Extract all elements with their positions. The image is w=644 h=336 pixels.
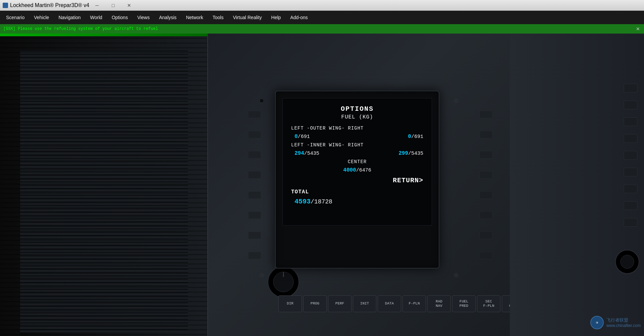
fmc-subtitle: FUEL (KG) <box>291 114 423 120</box>
svg-rect-20 <box>480 171 492 179</box>
svg-rect-40 <box>624 218 637 227</box>
left-panel <box>0 34 208 336</box>
right-panel-svg <box>510 34 644 336</box>
svg-rect-35 <box>624 134 637 143</box>
menu-scenario[interactable]: Scenario <box>1 13 29 22</box>
svg-point-27 <box>260 273 264 277</box>
svg-rect-39 <box>624 201 637 210</box>
svg-rect-24 <box>480 252 492 259</box>
svg-rect-17 <box>480 111 492 118</box>
top-green-stripe <box>0 34 208 36</box>
titlebar: Lockheed Martin® Prepar3D® v4 ─ □ ✕ <box>0 0 644 11</box>
svg-rect-2 <box>0 34 208 336</box>
total-current: 4593/18728 <box>294 198 332 205</box>
svg-rect-10 <box>248 131 261 138</box>
menu-world[interactable]: World <box>86 13 107 22</box>
fmc-button-row: DIR PROG PERF INIT DATA F-PLN RADNAV FUE… <box>275 269 517 316</box>
inner-wing-label-row: LEFT -INNER WING- RIGHT <box>291 142 423 148</box>
svg-rect-23 <box>480 232 492 239</box>
outer-wing-right-current: 0/691 <box>408 134 423 140</box>
fmc-title: OPTIONS <box>291 105 423 113</box>
watermark-logo: ✈ <box>590 316 604 329</box>
svg-rect-11 <box>248 151 261 158</box>
svg-rect-38 <box>624 185 637 193</box>
watermark: ✈ 飞行者联盟 www.chinaflier.com <box>590 316 641 329</box>
menu-analysis[interactable]: Analysis <box>154 13 181 22</box>
fmc-fpln-button[interactable]: F-PLN <box>402 295 426 312</box>
watermark-url: www.chinaflier.com <box>606 323 641 328</box>
center-label-row: CENTER <box>291 159 423 164</box>
minimize-button[interactable]: ─ <box>89 1 105 10</box>
outer-wing-left-current: 0/691 <box>294 134 310 140</box>
svg-rect-14 <box>248 211 261 219</box>
fmc-screen: OPTIONS FUEL (KG) LEFT -OUTER WING- RIGH… <box>282 98 432 226</box>
menu-options[interactable]: Options <box>107 13 132 22</box>
svg-rect-13 <box>248 191 261 199</box>
svg-rect-33 <box>624 101 637 109</box>
inner-wing-label: LEFT -INNER WING- RIGHT <box>291 142 364 148</box>
fmc-secfpln-button[interactable]: SECF-PLN <box>477 295 500 312</box>
svg-rect-36 <box>624 151 637 159</box>
svg-point-25 <box>260 99 264 103</box>
svg-rect-19 <box>480 151 492 158</box>
svg-rect-22 <box>480 211 492 219</box>
fmc-data-button[interactable]: DATA <box>378 295 401 312</box>
menu-navigation[interactable]: Navigation <box>54 13 85 22</box>
fmc-dir-button[interactable]: DIR <box>278 295 302 312</box>
maximize-button[interactable]: □ <box>105 1 121 10</box>
inner-wing-left-current: 294/5435 <box>294 150 319 156</box>
inner-wing-right-current: 299/5435 <box>398 150 423 156</box>
menu-tools[interactable]: Tools <box>208 13 228 22</box>
fmc-return-button[interactable]: RETURN> <box>291 177 423 184</box>
svg-rect-32 <box>624 84 637 92</box>
outer-wing-value-row: 0/691 0/691 <box>291 134 423 140</box>
menu-views[interactable]: Views <box>132 13 154 22</box>
notification-close-button[interactable]: ✕ <box>635 26 641 32</box>
menu-help[interactable]: Help <box>267 13 286 22</box>
svg-point-26 <box>454 99 458 103</box>
notification-text: [GSX] Please use the refueling system of… <box>3 27 158 31</box>
menu-vr[interactable]: Virtual Reality <box>228 13 266 22</box>
total-value-row: 4593/18728 <box>291 198 423 205</box>
svg-rect-16 <box>248 252 261 259</box>
total-label: TOTAL <box>291 189 309 195</box>
titlebar-title: Lockheed Martin® Prepar3D® v4 <box>10 2 89 8</box>
svg-rect-34 <box>624 117 637 126</box>
total-label-row: TOTAL <box>291 189 423 195</box>
watermark-text: 飞行者联盟 www.chinaflier.com <box>606 317 641 328</box>
center-value-row: 4000/6476 <box>291 167 423 173</box>
close-button[interactable]: ✕ <box>121 1 137 10</box>
svg-rect-21 <box>480 191 492 199</box>
center-current: 4000/6476 <box>343 167 371 173</box>
fmc-prog-button[interactable]: PROG <box>303 295 327 312</box>
fmc-panel: OPTIONS FUEL (KG) LEFT -OUTER WING- RIGH… <box>275 91 439 269</box>
center-label: CENTER <box>348 159 367 164</box>
svg-rect-12 <box>248 171 261 179</box>
outer-wing-label: LEFT -OUTER WING- RIGHT <box>291 126 364 131</box>
fmc-perf-button[interactable]: PERF <box>328 295 352 312</box>
menu-network[interactable]: Network <box>181 13 208 22</box>
sim-viewport: OPTIONS FUEL (KG) LEFT -OUTER WING- RIGH… <box>0 34 644 336</box>
watermark-site: 飞行者联盟 <box>606 317 641 323</box>
menu-vehicle[interactable]: Vehicle <box>29 13 54 22</box>
svg-point-42 <box>621 255 634 269</box>
notification-bar: [GSX] Please use the refueling system of… <box>0 24 644 34</box>
fmc-fuelpred-button[interactable]: FUELPRED <box>452 295 476 312</box>
outer-wing-label-row: LEFT -OUTER WING- RIGHT <box>291 126 423 131</box>
fmc-init-button[interactable]: INIT <box>353 295 376 312</box>
right-panel <box>510 34 644 336</box>
window-controls: ─ □ ✕ <box>89 1 137 10</box>
svg-rect-18 <box>480 131 492 138</box>
app-icon <box>3 3 8 8</box>
menubar: Scenario Vehicle Navigation World Option… <box>0 11 644 24</box>
fmc-radnav-button[interactable]: RADNAV <box>427 295 451 312</box>
menu-addons[interactable]: Add-ons <box>285 13 312 22</box>
louver-lines <box>0 34 208 336</box>
svg-rect-37 <box>624 168 637 176</box>
svg-rect-9 <box>248 111 261 118</box>
inner-wing-value-row: 294/5435 299/5435 <box>291 150 423 156</box>
svg-rect-15 <box>248 232 261 239</box>
